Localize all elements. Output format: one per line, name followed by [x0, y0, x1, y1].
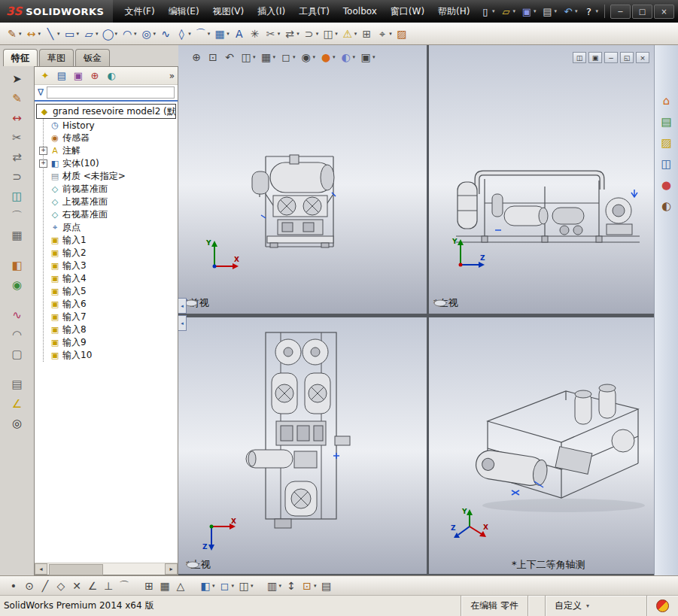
displaymanager-icon[interactable]: ◐	[104, 68, 119, 83]
mirror-entities-icon[interactable]: ◫ ▾	[321, 25, 339, 43]
doc-minimize-button[interactable]: −	[604, 52, 618, 63]
tree-item-annotations[interactable]: + A 注解	[44, 144, 176, 157]
snap-point-icon[interactable]: •	[6, 577, 21, 595]
help-icon[interactable]: ? ▾	[580, 3, 600, 20]
dropdown-arrow-icon[interactable]: ▾	[492, 8, 495, 14]
tree-item-history[interactable]: ◷ History	[44, 119, 176, 132]
dropdown-arrow-icon[interactable]: ▾	[251, 583, 254, 589]
dropdown-arrow-icon[interactable]: ▾	[208, 31, 211, 37]
pattern-tool-icon[interactable]: ▦	[7, 227, 28, 244]
tile-window-icon[interactable]: ◫	[573, 52, 586, 63]
scroll-right-button[interactable]: ▸	[165, 563, 178, 575]
save-icon[interactable]: ▣ ▾	[518, 3, 539, 20]
tree-expander-icon[interactable]: +	[39, 159, 47, 168]
menu-item[interactable]: 视图(V)	[206, 0, 251, 23]
menu-item[interactable]: 编辑(E)	[162, 0, 206, 23]
scroll-track[interactable]	[47, 564, 165, 574]
scroll-left-button[interactable]: ◂	[35, 563, 47, 575]
dropdown-arrow-icon[interactable]: ▾	[154, 31, 157, 37]
view-settings-icon[interactable]: ▣ ▾	[358, 49, 377, 65]
tree-filter-input[interactable]	[47, 86, 175, 99]
dropdown-arrow-icon[interactable]: ▾	[38, 31, 41, 37]
tree-item-imported-8[interactable]: ▣ 输入8	[44, 323, 176, 336]
graphics-area[interactable]: ⊕ ⊡ ↶ ◫ ▾ ▦ ▾ ◻ ▾ ◉ ▾ ● ▾ ◐ ▾ ▣ ▾	[178, 45, 654, 575]
snap-grid-icon[interactable]: ▦	[157, 577, 172, 595]
rapid-sketch-icon[interactable]: ▨	[394, 25, 409, 43]
menu-item[interactable]: 插入(I)	[251, 0, 292, 23]
section-tool-icon[interactable]: ◫ ▾	[236, 577, 255, 595]
snap-intersection-icon[interactable]: ✕	[69, 577, 84, 595]
dropdown-arrow-icon[interactable]: ▾	[575, 8, 578, 14]
dropdown-arrow-icon[interactable]: ▾	[57, 31, 60, 37]
snap-center-icon[interactable]: ⊙	[22, 577, 37, 595]
dimxpertmanager-icon[interactable]: ⊕	[87, 68, 102, 83]
menu-item[interactable]: 工具(T)	[292, 0, 336, 23]
dropdown-arrow-icon[interactable]: ▾	[77, 31, 80, 37]
viewport-isometric[interactable]: Y X Z *上下二等角轴测	[429, 317, 654, 574]
measure-icon[interactable]: ↕	[284, 577, 299, 595]
dropdown-arrow-icon[interactable]: ▾	[313, 54, 316, 60]
dropdown-arrow-icon[interactable]: ▾	[96, 31, 99, 37]
tab-features[interactable]: 特征	[3, 49, 38, 66]
point-icon[interactable]: ✳	[248, 25, 263, 43]
doc-close-button[interactable]: ×	[636, 52, 649, 63]
snap-perpendicular-icon[interactable]: ⊥	[101, 577, 116, 595]
tree-expander-icon[interactable]: +	[39, 147, 47, 155]
extrude-tool-icon[interactable]: ◧	[7, 257, 28, 275]
task-pane-home-icon[interactable]: ⌂	[656, 92, 677, 111]
collapse-panel-button-2[interactable]: ◂	[178, 315, 187, 331]
straight-slot-icon[interactable]: ▱ ▾	[81, 25, 100, 43]
new-document-icon[interactable]: ▯ ▾	[477, 3, 497, 20]
dropdown-arrow-icon[interactable]: ▾	[232, 583, 235, 589]
snap-tangent-icon[interactable]: ⌒	[117, 577, 132, 595]
dropdown-arrow-icon[interactable]: ▾	[273, 54, 276, 60]
zoom-to-fit-icon[interactable]: ⊕	[189, 49, 204, 65]
appearances-icon[interactable]: ●	[656, 176, 677, 195]
revolve-tool-icon[interactable]: ◉	[7, 277, 28, 294]
tree-item-imported-1[interactable]: ▣ 输入1	[44, 234, 176, 247]
sweep-tool-icon[interactable]: ∿	[7, 307, 28, 324]
dropdown-arrow-icon[interactable]: ▾	[212, 583, 215, 589]
dropdown-arrow-icon[interactable]: ▾	[188, 31, 191, 37]
dropdown-arrow-icon[interactable]: ▾	[554, 8, 557, 14]
triad-icon[interactable]: △	[173, 577, 188, 595]
snap-quadrant-icon[interactable]: ◇	[53, 577, 68, 595]
dropdown-arrow-icon[interactable]: ▾	[19, 31, 22, 37]
dropdown-arrow-icon[interactable]: ▾	[293, 54, 296, 60]
minimize-button[interactable]: −	[610, 5, 631, 19]
trim-tool-icon[interactable]: ✂	[7, 129, 28, 147]
repair-sketch-icon[interactable]: ⊞	[359, 25, 374, 43]
convert-entities-icon[interactable]: ⇄ ▾	[282, 25, 301, 43]
dropdown-arrow-icon[interactable]: ▾	[296, 31, 299, 37]
snap-angle-icon[interactable]: ∠	[85, 577, 100, 595]
tree-item-imported-6[interactable]: ▣ 输入6	[44, 298, 176, 311]
mirror-tool-icon[interactable]: ◫	[7, 188, 28, 205]
grid-settings-icon[interactable]: ⊞	[141, 577, 157, 595]
loft-tool-icon[interactable]: ◠	[7, 326, 28, 344]
panel-horizontal-scrollbar[interactable]: ◂ ▸	[35, 563, 178, 575]
sketch-icon[interactable]: ✎ ▾	[5, 25, 23, 43]
dropdown-arrow-icon[interactable]: ▾	[595, 8, 598, 14]
select-icon[interactable]: ➤	[7, 71, 28, 88]
wireframe-view-icon[interactable]: ◻ ▾	[217, 577, 236, 595]
edit-appearance-icon[interactable]: ● ▾	[318, 49, 337, 65]
tree-item-imported-2[interactable]: ▣ 输入2	[44, 247, 176, 259]
dropdown-arrow-icon[interactable]: ▾	[279, 583, 282, 589]
tree-item-imported-3[interactable]: ▣ 输入3	[44, 259, 176, 272]
dropdown-arrow-icon[interactable]: ▾	[586, 602, 589, 609]
offset-tool-icon[interactable]: ⊃	[7, 168, 28, 186]
tree-item-origin[interactable]: ⌖ 原点	[44, 221, 176, 234]
dimension-tool-icon[interactable]: ↔	[7, 110, 28, 127]
tree-item-top-plane[interactable]: ◇ 上视基准面	[44, 196, 176, 208]
featuremanager-tree-icon[interactable]: ✦	[38, 68, 53, 83]
convert-tool-icon[interactable]: ⇄	[7, 149, 28, 166]
grid-display-icon[interactable]: ▤	[319, 577, 334, 595]
dropdown-arrow-icon[interactable]: ▾	[335, 31, 338, 37]
offset-entities-icon[interactable]: ⊃ ▾	[302, 25, 321, 43]
scenes-icon[interactable]: ◐	[656, 197, 677, 216]
zoom-to-area-icon[interactable]: ⊡	[205, 49, 220, 65]
tree-item-front-plane[interactable]: ◇ 前视基准面	[44, 183, 176, 196]
tree-item-sensors[interactable]: ◉ 传感器	[44, 132, 176, 144]
menu-item[interactable]: 窗口(W)	[384, 0, 431, 23]
collapse-panel-button[interactable]: ◂	[178, 298, 187, 314]
